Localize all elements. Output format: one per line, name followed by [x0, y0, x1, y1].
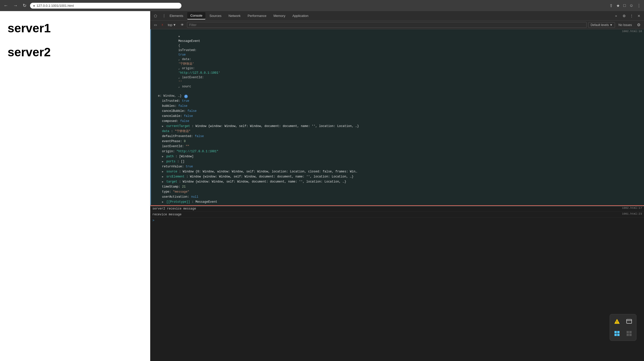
share-button[interactable]: ⇧ — [608, 2, 614, 9]
refresh-button[interactable]: ↻ — [21, 2, 28, 9]
prop-prototype: ▶ [[Prototype]] : MessageEvent — [153, 199, 642, 204]
page-content: server1 server2 — [0, 11, 150, 361]
devtools-tab-bar: ⬠ ⎹ Elements Console Sources Network Per… — [150, 11, 644, 21]
prop-source: ▶ source : Window {0: Window, window: Wi… — [153, 169, 642, 174]
context-selector[interactable]: top ▼ — [166, 22, 178, 28]
console-settings-button[interactable]: ⚙ — [635, 22, 642, 28]
grid4dark-icon — [626, 330, 632, 337]
default-levels-button[interactable]: Default levels ▼ — [588, 22, 615, 28]
collapse-arrow[interactable]: ▼ — [178, 35, 180, 38]
tab-more[interactable]: » — [612, 12, 620, 19]
devtools-device-icon[interactable]: ⎹ — [159, 13, 166, 19]
window-layout-button[interactable]: □ — [622, 2, 627, 9]
server2-heading: server2 — [8, 45, 143, 59]
prop-srcElement: ▶ srcElement : Window {window: Window, s… — [153, 174, 642, 179]
tab-elements[interactable]: Elements — [167, 12, 186, 19]
info-badge: i — [184, 95, 188, 98]
prop-cancelBubble: cancelBubble: false — [153, 109, 642, 114]
recevice-message-entry: recevice message 1001.html:23 — [150, 212, 644, 218]
svg-rect-9 — [629, 331, 632, 333]
console-toolbar: ▭ ☓ top ▼ 👁 Default levels ▼ No Issues ⚙ — [150, 21, 644, 29]
prop-currentTarget: ▶ currentTarget : Window {window: Window… — [153, 124, 642, 129]
prop-userActivation: userActivation: null — [153, 194, 642, 199]
devtools-vertical-menu[interactable]: ⋮ — [628, 13, 635, 19]
prop-data: data : "宁静致远" — [153, 129, 642, 134]
expand-path[interactable]: ▶ — [162, 155, 164, 158]
message-event-entry: ▼ MessageEvent { isTrusted: true , data:… — [150, 29, 644, 205]
entry-source-3: 1001.html:23 — [622, 212, 642, 215]
prop-cancelable: cancelable: false — [153, 114, 642, 119]
prop-defaultPrevented: defaultPrevented: false — [153, 134, 642, 139]
url-text[interactable]: 127.0.0.1:1001/1001.html — [37, 4, 74, 8]
context-label: top — [168, 23, 172, 27]
context-dropdown-icon: ▼ — [173, 23, 176, 27]
prop-target: ▶ target : Window {window: Window, self:… — [153, 179, 642, 184]
tab-memory[interactable]: Memory — [271, 12, 288, 19]
prop-returnValue: returnValue: true — [153, 164, 642, 169]
bookmark-button[interactable]: ★ — [615, 2, 621, 9]
toolbar-icons: ⇧ ★ □ ☺ ⋮ — [608, 2, 642, 9]
grid4-icon — [614, 330, 620, 337]
devtools-settings-button[interactable]: ⚙ — [621, 13, 627, 19]
grid4dark-overlay-button[interactable] — [624, 328, 635, 339]
browser-toolbar: ← → ↻ ● 127.0.0.1:1001/1001.html ⇧ ★ □ ☺… — [0, 0, 644, 11]
prop-origin: origin: "http://127.0.0.1:1001" — [153, 149, 642, 154]
devtools-inspect-icon[interactable]: ⬠ — [152, 13, 158, 19]
filter-input[interactable] — [187, 22, 587, 28]
browser-window: ← → ↻ ● 127.0.0.1:1001/1001.html ⇧ ★ □ ☺… — [0, 0, 644, 361]
clear-console-button[interactable]: ☓ — [160, 22, 165, 28]
expand-prototype[interactable]: ▶ — [162, 201, 164, 203]
address-bar: ● 127.0.0.1:1001/1001.html — [30, 3, 181, 9]
tab-network[interactable]: Network — [226, 12, 244, 19]
content-area: server1 server2 ⬠ ⎹ Elements Console Sou… — [0, 11, 644, 361]
prop-bubbles: bubbles: false — [153, 104, 642, 109]
tab-sources[interactable]: Sources — [206, 12, 225, 19]
devtools-panel: ⬠ ⎹ Elements Console Sources Network Per… — [150, 11, 644, 361]
tab-console[interactable]: Console — [187, 12, 205, 19]
entry-source-1: 1002.html:16 — [622, 30, 642, 33]
prop-type: type: "message" — [153, 189, 642, 194]
prop-eventPhase: eventPhase: 0 — [153, 139, 642, 144]
prop-timeStamp: timeStamp: 21 — [153, 184, 642, 189]
console-output[interactable]: ▼ MessageEvent { isTrusted: true , data:… — [150, 29, 644, 361]
server1-heading: server1 — [8, 21, 143, 35]
svg-rect-5 — [617, 331, 620, 333]
warning-overlay-button[interactable]: ! — [611, 316, 623, 327]
window-icon — [626, 318, 632, 324]
eye-button[interactable]: 👁 — [179, 22, 185, 28]
prop-composed: composed: false — [153, 119, 642, 124]
profile-button[interactable]: ☺ — [628, 2, 634, 9]
event-suffix-line: e: Window, …} i — [153, 93, 642, 98]
prop-isTrusted: isTrusted: true — [153, 98, 642, 104]
lock-icon: ● — [33, 4, 35, 8]
event-class-name: MessageEvent — [178, 39, 202, 43]
svg-rect-8 — [627, 331, 629, 333]
svg-rect-10 — [627, 334, 629, 336]
back-button[interactable]: ← — [2, 2, 10, 9]
warning-icon: ! — [614, 318, 620, 324]
entry-source-2: 1002.html:17 — [622, 207, 642, 210]
devtools-close-button[interactable]: ✕ — [636, 13, 642, 19]
tab-performance[interactable]: Performance — [245, 12, 269, 19]
window-overlay-button[interactable] — [624, 316, 635, 327]
tab-application[interactable]: Application — [289, 12, 312, 19]
expand-target[interactable]: ▶ — [162, 180, 164, 183]
no-issues-button[interactable]: No Issues — [616, 22, 634, 28]
server2-message-entry: server2 recevice message 1002.html:17 — [150, 206, 644, 212]
expand-source[interactable]: ▶ — [162, 170, 164, 173]
recevice-message-text: recevice message — [152, 212, 620, 217]
svg-rect-7 — [617, 334, 620, 336]
svg-rect-6 — [614, 334, 617, 336]
grid4-overlay-button[interactable] — [611, 328, 623, 339]
forward-button[interactable]: → — [12, 2, 19, 9]
svg-rect-4 — [614, 331, 617, 333]
console-panel-icon[interactable]: ▭ — [152, 22, 158, 28]
console-prompt[interactable]: > — [150, 218, 644, 223]
expand-srcElement[interactable]: ▶ — [162, 175, 164, 178]
expand-currentTarget[interactable]: ▶ — [162, 125, 164, 128]
svg-rect-11 — [629, 334, 632, 336]
menu-button[interactable]: ⋮ — [636, 2, 642, 9]
prompt-symbol: > — [152, 219, 154, 222]
prop-path: ▶ path : [Window] — [153, 154, 642, 159]
expand-ports[interactable]: ▶ — [162, 160, 164, 163]
